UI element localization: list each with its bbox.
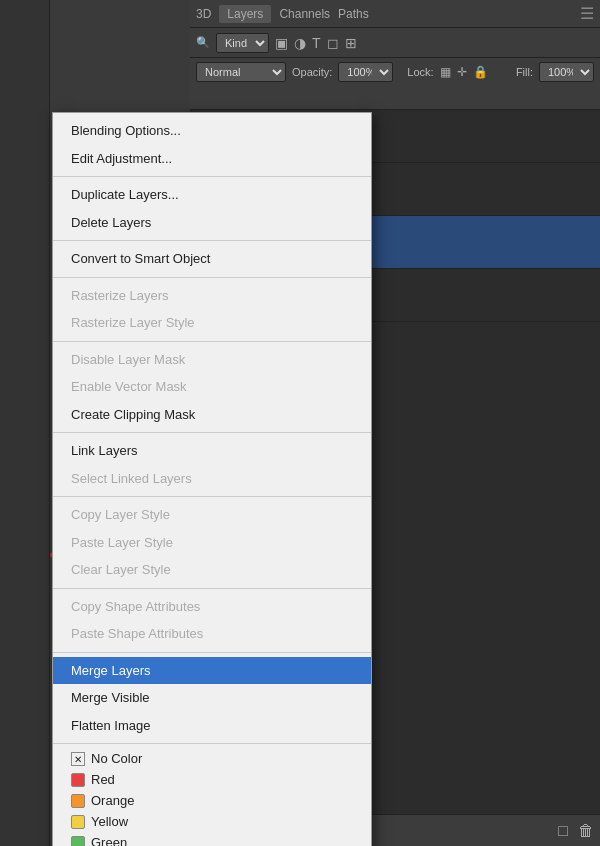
kind-label: 🔍 xyxy=(196,36,210,49)
menu-item-disable-layer-mask[interactable]: Disable Layer Mask xyxy=(53,346,371,374)
color-row-red[interactable]: Red xyxy=(53,769,371,790)
type-icon[interactable]: T xyxy=(312,35,321,51)
lock-position-icon[interactable]: ✛ xyxy=(457,65,467,79)
menu-item-merge-visible[interactable]: Merge Visible xyxy=(53,684,371,712)
pixel-icon[interactable]: ▣ xyxy=(275,35,288,51)
color-swatch-red xyxy=(71,773,85,787)
menu-separator xyxy=(53,588,371,589)
color-row-orange[interactable]: Orange xyxy=(53,790,371,811)
shape-icon[interactable]: ◻ xyxy=(327,35,339,51)
opacity-label: Opacity: xyxy=(292,66,332,78)
no-color-icon: ✕ xyxy=(71,752,85,766)
menu-item-merge-layers[interactable]: Merge Layers xyxy=(53,657,371,685)
menu-item-edit-adjustment[interactable]: Edit Adjustment... xyxy=(53,145,371,173)
color-label-green: Green xyxy=(91,835,127,846)
lock-label: Lock: xyxy=(407,66,433,78)
menu-item-delete-layers[interactable]: Delete Layers xyxy=(53,209,371,237)
color-label-red: Red xyxy=(91,772,115,787)
lock-all-icon[interactable]: 🔒 xyxy=(473,65,488,79)
menu-separator xyxy=(53,496,371,497)
blend-mode-select[interactable]: Normal xyxy=(196,62,286,82)
tab-3d[interactable]: 3D xyxy=(196,7,211,21)
color-swatch-orange xyxy=(71,794,85,808)
menu-item-copy-layer-style[interactable]: Copy Layer Style xyxy=(53,501,371,529)
menu-item-select-linked[interactable]: Select Linked Layers xyxy=(53,465,371,493)
tab-paths[interactable]: Paths xyxy=(338,7,369,21)
menu-separator xyxy=(53,240,371,241)
delete-layer-icon[interactable]: 🗑 xyxy=(578,822,594,840)
menu-item-link-layers[interactable]: Link Layers xyxy=(53,437,371,465)
adjustment-icon[interactable]: ◑ xyxy=(294,35,306,51)
context-menu: Blending Options... Edit Adjustment... D… xyxy=(52,112,372,846)
color-row-no-color[interactable]: ✕ No Color xyxy=(53,748,371,769)
color-row-green[interactable]: Green xyxy=(53,832,371,846)
color-row-yellow[interactable]: Yellow xyxy=(53,811,371,832)
menu-item-clear-layer-style[interactable]: Clear Layer Style xyxy=(53,556,371,584)
color-label-no-color: No Color xyxy=(91,751,142,766)
lock-pixels-icon[interactable]: ▦ xyxy=(440,65,451,79)
menu-item-duplicate-layers[interactable]: Duplicate Layers... xyxy=(53,181,371,209)
top-toolbar: 3D Layers Channels Paths ☰ 🔍 Kind ▣ ◑ T … xyxy=(190,0,600,110)
tab-layers[interactable]: Layers xyxy=(219,5,271,23)
color-swatch-green xyxy=(71,836,85,847)
menu-item-convert-smart[interactable]: Convert to Smart Object xyxy=(53,245,371,273)
toolbar-opacity-row: Normal Opacity: 100% Lock: ▦ ✛ 🔒 Fill: 1… xyxy=(190,58,600,86)
menu-item-blending-options[interactable]: Blending Options... xyxy=(53,117,371,145)
fill-label: Fill: xyxy=(516,66,533,78)
menu-item-copy-shape[interactable]: Copy Shape Attributes xyxy=(53,593,371,621)
kind-select[interactable]: Kind xyxy=(216,33,269,53)
menu-item-rasterize-layer-style[interactable]: Rasterize Layer Style xyxy=(53,309,371,337)
menu-item-flatten-image[interactable]: Flatten Image xyxy=(53,712,371,740)
smart-icon[interactable]: ⊞ xyxy=(345,35,357,51)
left-sidebar xyxy=(0,0,50,846)
fill-select[interactable]: 100% xyxy=(539,62,594,82)
menu-separator xyxy=(53,432,371,433)
menu-separator xyxy=(53,652,371,653)
opacity-select[interactable]: 100% xyxy=(338,62,393,82)
toolbar-kind-row: 🔍 Kind ▣ ◑ T ◻ ⊞ xyxy=(190,28,600,58)
menu-separator xyxy=(53,277,371,278)
menu-item-create-clipping-mask[interactable]: Create Clipping Mask xyxy=(53,401,371,429)
color-label-orange: Orange xyxy=(91,793,134,808)
menu-item-paste-shape[interactable]: Paste Shape Attributes xyxy=(53,620,371,648)
menu-item-rasterize-layers[interactable]: Rasterize Layers xyxy=(53,282,371,310)
menu-separator xyxy=(53,341,371,342)
menu-item-enable-vector-mask[interactable]: Enable Vector Mask xyxy=(53,373,371,401)
menu-item-paste-layer-style[interactable]: Paste Layer Style xyxy=(53,529,371,557)
panel-menu-icon[interactable]: ☰ xyxy=(580,4,594,23)
tab-channels[interactable]: Channels xyxy=(279,7,330,21)
toolbar-tabs-row: 3D Layers Channels Paths ☰ xyxy=(190,0,600,28)
menu-separator xyxy=(53,743,371,744)
new-layer-icon[interactable]: □ xyxy=(558,822,568,840)
color-label-yellow: Yellow xyxy=(91,814,128,829)
menu-separator xyxy=(53,176,371,177)
color-swatch-yellow xyxy=(71,815,85,829)
